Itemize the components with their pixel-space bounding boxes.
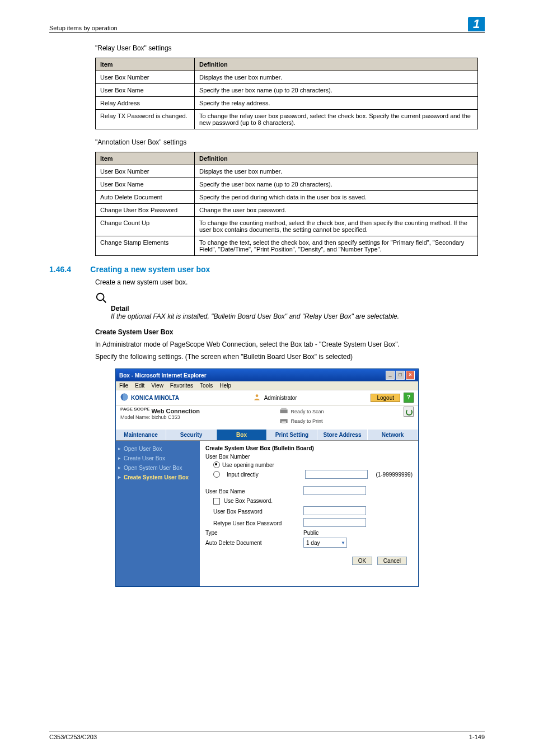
label-user-box-name: User Box Name xyxy=(205,488,303,494)
sub-heading: Create System User Box xyxy=(95,328,485,336)
maximize-icon[interactable]: □ xyxy=(396,371,405,380)
tab-box[interactable]: Box xyxy=(217,430,267,440)
footer-right: 1-149 xyxy=(469,734,485,740)
table-row: User Box NameSpecify the user box name (… xyxy=(96,178,478,191)
svg-rect-4 xyxy=(280,409,288,413)
range-hint: (1-999999999) xyxy=(376,472,413,478)
input-user-box-name[interactable] xyxy=(303,486,366,495)
cell: User Box Number xyxy=(96,71,195,84)
relay-table: Item Definition User Box NumberDisplays … xyxy=(95,58,478,129)
label-auto-delete: Auto Delete Document xyxy=(205,540,303,546)
input-user-box-password[interactable] xyxy=(303,506,366,515)
cell: Relay TX Password is changed. xyxy=(96,110,195,129)
ok-button[interactable]: OK xyxy=(352,557,372,565)
field-user-box-number: User Box Number xyxy=(205,454,413,460)
tab-store-address[interactable]: Store Address xyxy=(317,430,368,440)
select-auto-delete[interactable]: 1 day ▼ xyxy=(303,538,347,548)
cell: Auto Delete Document xyxy=(96,191,195,204)
cancel-button[interactable]: Cancel xyxy=(377,557,407,565)
section-number: 1.46.4 xyxy=(49,265,88,274)
table-row: Relay AddressSpecify the relay address. xyxy=(96,97,478,110)
select-auto-delete-value: 1 day xyxy=(306,540,320,546)
cell: Change User Box Password xyxy=(96,204,195,217)
brand-text: KONICA MINOLTA xyxy=(131,395,179,401)
cell: To change the counting method, select th… xyxy=(195,217,478,236)
relay-col1-header: Item xyxy=(96,58,195,71)
menu-view[interactable]: View xyxy=(151,382,163,389)
minimize-icon[interactable]: _ xyxy=(386,371,395,380)
ann-col1-header: Item xyxy=(96,152,195,165)
tab-print-setting[interactable]: Print Setting xyxy=(267,430,317,440)
cell: Relay Address xyxy=(96,97,195,110)
cell: Change Stamp Elements xyxy=(96,236,195,256)
cell: Change Count Up xyxy=(96,217,195,236)
magnifier-icon xyxy=(95,298,107,306)
tab-security[interactable]: Security xyxy=(166,430,217,440)
chevron-down-icon: ▼ xyxy=(341,540,345,545)
detail-text: If the optional FAX kit is installed, "B… xyxy=(111,312,485,320)
label-user-box-password: User Box Password xyxy=(213,508,303,515)
cell: User Box Name xyxy=(96,84,195,97)
input-retype-password[interactable] xyxy=(303,518,366,527)
printer-icon xyxy=(279,417,288,426)
radio-use-opening[interactable] xyxy=(213,461,220,468)
relay-caption: "Relay User Box" settings xyxy=(95,44,485,52)
svg-point-3 xyxy=(255,394,258,397)
footer-left: C353/C253/C203 xyxy=(49,734,97,740)
cell: Displays the user box number. xyxy=(195,165,478,178)
table-row: Auto Delete DocumentSpecify the period d… xyxy=(96,191,478,204)
table-row: User Box NameSpecify the user box name (… xyxy=(96,84,478,97)
logout-button[interactable]: Logout xyxy=(371,394,400,402)
cell: Specify the user box name (up to 20 char… xyxy=(195,84,478,97)
cell: Specify the user box name (up to 20 char… xyxy=(195,178,478,191)
close-icon[interactable]: × xyxy=(406,371,415,380)
svg-line-1 xyxy=(103,300,106,303)
menu-edit[interactable]: Edit xyxy=(135,382,144,389)
scanner-icon xyxy=(279,407,288,416)
help-icon[interactable]: ? xyxy=(404,393,414,403)
radio-input-directly[interactable] xyxy=(213,471,220,478)
sidebar-item-create-system-user-box[interactable]: Create System User Box xyxy=(116,473,200,482)
cell: Specify the period during which data in … xyxy=(195,191,478,204)
refresh-icon[interactable] xyxy=(404,407,414,417)
tab-bar: Maintenance Security Box Print Setting S… xyxy=(116,430,418,441)
embedded-screenshot: Box - Microsoft Internet Explorer _ □ × … xyxy=(115,368,419,587)
detail-label: Detail xyxy=(111,305,485,312)
cell: Change the user box password. xyxy=(195,204,478,217)
administrator-icon xyxy=(253,393,261,402)
brand-logo: KONICA MINOLTA xyxy=(120,393,179,402)
panel-title: Create System User Box (Bulletin Board) xyxy=(205,445,413,451)
ready-scan-label: Ready to Scan xyxy=(291,409,324,414)
cell: Specify the relay address. xyxy=(195,97,478,110)
table-row: Change User Box PasswordChange the user … xyxy=(96,204,478,217)
input-box-number[interactable] xyxy=(305,470,368,479)
annotation-caption: "Annotation User Box" settings xyxy=(95,138,485,146)
menu-tools[interactable]: Tools xyxy=(200,382,213,389)
cell: User Box Name xyxy=(96,178,195,191)
section-intro: Create a new system user box. xyxy=(95,278,485,286)
tab-maintenance[interactable]: Maintenance xyxy=(116,430,166,440)
annotation-table: Item Definition User Box NumberDisplays … xyxy=(95,152,478,256)
tab-network[interactable]: Network xyxy=(368,430,418,440)
menu-bar[interactable]: File Edit View Favorites Tools Help xyxy=(116,381,418,390)
sidebar-item-create-user-box[interactable]: Create User Box xyxy=(116,454,200,463)
table-row: User Box NumberDisplays the user box num… xyxy=(96,165,478,178)
page-footer: C353/C253/C203 1-149 xyxy=(49,731,485,740)
administrator-label: Administrator xyxy=(264,395,297,401)
menu-file[interactable]: File xyxy=(119,382,128,389)
page-header: Setup items by operation 1 xyxy=(49,17,485,33)
pagescope-prefix: PAGE SCOPE xyxy=(120,407,149,412)
menu-help[interactable]: Help xyxy=(219,382,231,389)
cell: To change the relay user box password, s… xyxy=(195,110,478,129)
sidebar-item-open-system-user-box[interactable]: Open System User Box xyxy=(116,463,200,473)
checkbox-use-password[interactable] xyxy=(213,498,220,505)
menu-favorites[interactable]: Favorites xyxy=(170,382,193,389)
section-title: Creating a new system user box xyxy=(90,265,210,274)
sidebar-item-open-user-box[interactable]: Open User Box xyxy=(116,444,200,454)
cell: User Box Number xyxy=(96,165,195,178)
model-name: Model Name: bizhub C353 xyxy=(120,414,200,420)
svg-point-0 xyxy=(97,293,104,301)
pagescope-title: PAGE SCOPE Web Connection xyxy=(120,407,200,414)
cell: Displays the user box number. xyxy=(195,71,478,84)
relay-col2-header: Definition xyxy=(195,58,478,71)
